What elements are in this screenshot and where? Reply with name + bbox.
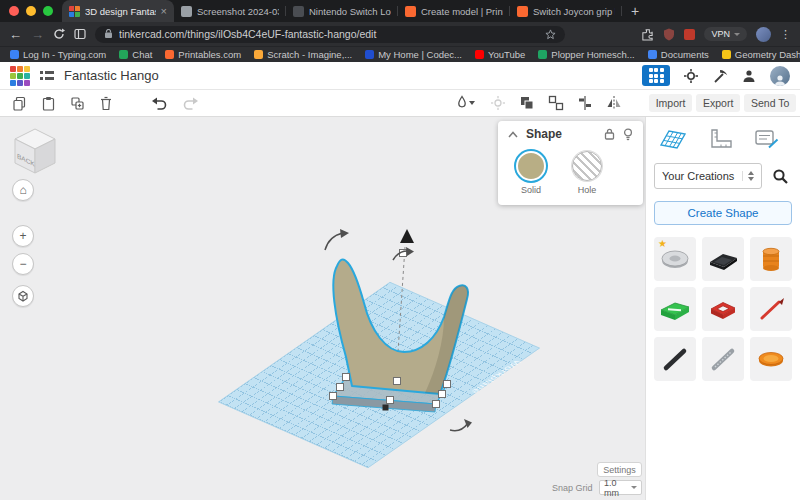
hole-option[interactable]: Hole — [572, 151, 602, 195]
main-area: Workplane — [0, 117, 800, 500]
zoom-out-button[interactable]: − — [12, 253, 34, 275]
bookmark-item[interactable]: Chat — [119, 49, 152, 60]
shape-thumbnail-black-rod[interactable] — [654, 337, 696, 381]
collapse-chevron-icon[interactable] — [508, 131, 518, 138]
tinkercad-logo-icon[interactable] — [10, 66, 30, 86]
site-info-icon[interactable] — [104, 29, 113, 39]
library-picker-row: Your Creations — [646, 157, 800, 189]
adblock-shield-icon[interactable] — [663, 28, 675, 41]
extensions-puzzle-icon[interactable] — [641, 28, 654, 41]
shape-thumbnail-red-block[interactable] — [702, 287, 744, 331]
delete-icon[interactable] — [99, 96, 113, 111]
bookmark-item[interactable]: My Home | Codec... — [365, 49, 462, 60]
hole-swatch[interactable] — [572, 151, 602, 181]
shape-thumbnail-orange-disc[interactable] — [750, 337, 792, 381]
shape-thumbnail-black-laptop[interactable] — [702, 237, 744, 281]
shape-thumbnail-red-pen[interactable] — [750, 287, 792, 331]
browser-tab[interactable]: Switch Joycon grip by sternendra — [510, 0, 622, 22]
navbar-right-cluster: VPN ⋮ — [641, 27, 791, 42]
3d-viewport[interactable]: Workplane — [0, 117, 645, 500]
vpn-badge[interactable]: VPN — [704, 27, 747, 41]
back-icon[interactable]: ← — [9, 28, 22, 41]
shape-library-select[interactable]: Your Creations — [654, 163, 762, 189]
shape-panel-header: Shape — [498, 121, 643, 147]
notes-tool-icon[interactable] — [754, 127, 780, 151]
toolbar-edit-group — [12, 90, 199, 116]
bookmark-label: Plopper Homesch... — [551, 49, 634, 60]
bookmark-item[interactable]: Plopper Homesch... — [538, 49, 634, 60]
solid-option[interactable]: Solid — [516, 151, 546, 195]
shape-thumbnail-green-block[interactable] — [654, 287, 696, 331]
browser-menu-icon[interactable]: ⋮ — [780, 28, 791, 41]
bookmark-item[interactable]: YouTube — [475, 49, 525, 60]
bookmark-item[interactable]: Documents — [648, 49, 709, 60]
blocks-grid-button[interactable] — [642, 65, 670, 86]
duplicate-icon[interactable] — [70, 96, 85, 111]
search-shapes-button[interactable] — [768, 164, 792, 188]
redo-icon[interactable] — [182, 96, 199, 110]
snap-grid-select[interactable]: 1.0 mm — [599, 480, 642, 495]
bookmark-star-icon[interactable] — [545, 29, 556, 40]
browser-profile-avatar[interactable] — [756, 27, 771, 42]
ungroup-icon[interactable] — [548, 95, 564, 111]
sidebar-panel-icon[interactable] — [74, 28, 86, 40]
sidebar-actions: Import Export Send To — [645, 90, 800, 116]
bookmark-item[interactable]: Log In - Typing.com — [10, 49, 106, 60]
paste-icon[interactable] — [41, 96, 56, 111]
lock-icon[interactable] — [604, 128, 615, 140]
bookmark-label: My Home | Codec... — [378, 49, 462, 60]
pickaxe-icon[interactable] — [712, 68, 728, 84]
view-cube[interactable]: BACK — [8, 123, 62, 181]
raise-arrow-cone[interactable] — [400, 229, 414, 243]
workplane-tool-icon[interactable] — [658, 127, 688, 151]
account-avatar[interactable] — [770, 66, 790, 86]
bookmark-favicon — [119, 50, 128, 59]
stepper-icon[interactable] — [742, 171, 754, 181]
create-shape-button[interactable]: Create Shape — [654, 201, 792, 225]
bookmark-item[interactable]: Printables.com — [165, 49, 241, 60]
browser-tab[interactable]: Screenshot 2024-03-11 at 6.12.2 — [174, 0, 286, 22]
show-all-icon[interactable] — [490, 95, 506, 111]
extension-icon[interactable] — [684, 29, 695, 40]
shape-thumbnail-orange-canister[interactable] — [750, 237, 792, 281]
shape-thumbnail-metallic-gear[interactable]: ★ — [654, 237, 696, 281]
editor-toolbar: Import Export Send To — [0, 90, 800, 117]
undo-icon[interactable] — [151, 96, 168, 110]
chevron-down-icon — [631, 486, 637, 489]
bookmark-item[interactable]: Scratch - Imagine,... — [254, 49, 352, 60]
forward-icon[interactable]: → — [31, 28, 44, 41]
copy-icon[interactable] — [12, 96, 27, 111]
zoom-in-button[interactable]: + — [12, 225, 34, 247]
shape-thumbnail-gray-rod[interactable] — [702, 337, 744, 381]
home-view-button[interactable]: ⌂ — [12, 179, 34, 201]
browser-tab-active[interactable]: 3D design Fantastic Hango - × — [62, 0, 174, 22]
export-button[interactable]: Export — [696, 94, 740, 112]
tab-close-icon[interactable]: × — [161, 6, 167, 17]
gear-icon[interactable] — [683, 68, 699, 84]
front-handle[interactable] — [383, 405, 389, 411]
design-menu-icon[interactable] — [40, 70, 54, 82]
color-drop-icon[interactable] — [455, 95, 477, 111]
perspective-toggle-button[interactable] — [12, 285, 34, 307]
align-icon[interactable] — [577, 95, 593, 111]
group-icon[interactable] — [519, 95, 535, 111]
window-minimize-button[interactable] — [26, 6, 36, 16]
lightbulb-icon[interactable] — [623, 128, 633, 141]
address-bar[interactable]: tinkercad.com/things/ilOsb4C4eUF-fantast… — [95, 26, 565, 43]
mirror-icon[interactable] — [606, 95, 622, 111]
bookmark-favicon — [648, 50, 657, 59]
sidebar-icon-row — [646, 117, 800, 157]
new-tab-button[interactable]: + — [622, 3, 648, 19]
ruler-tool-icon[interactable] — [708, 127, 734, 151]
browser-tab[interactable]: Nintendo Switch Logo by Norik | D — [286, 0, 398, 22]
window-zoom-button[interactable] — [43, 6, 53, 16]
window-close-button[interactable] — [9, 6, 19, 16]
browser-tab[interactable]: Create model | Printables.com — [398, 0, 510, 22]
settings-button[interactable]: Settings — [597, 462, 642, 477]
import-button[interactable]: Import — [649, 94, 693, 112]
bookmark-item[interactable]: Geometry Dash W... — [722, 49, 800, 60]
person-icon[interactable] — [741, 68, 757, 84]
send-to-button[interactable]: Send To — [744, 94, 796, 112]
reload-icon[interactable] — [53, 28, 65, 40]
solid-swatch[interactable] — [516, 151, 546, 181]
